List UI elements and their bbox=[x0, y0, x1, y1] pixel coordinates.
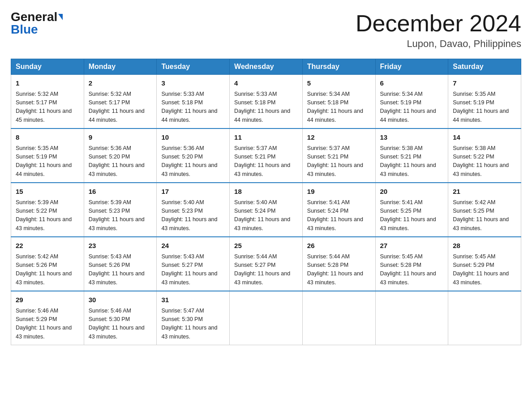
day-number: 12 bbox=[307, 133, 371, 143]
day-info: Sunrise: 5:34 AMSunset: 5:19 PMDaylight:… bbox=[380, 90, 444, 125]
day-number: 7 bbox=[453, 78, 516, 89]
day-info: Sunrise: 5:47 AMSunset: 5:30 PMDaylight:… bbox=[161, 307, 225, 342]
day-info: Sunrise: 5:44 AMSunset: 5:28 PMDaylight:… bbox=[307, 253, 371, 287]
day-info: Sunrise: 5:33 AMSunset: 5:18 PMDaylight:… bbox=[161, 90, 225, 125]
day-info: Sunrise: 5:41 AMSunset: 5:25 PMDaylight:… bbox=[380, 198, 444, 233]
day-info: Sunrise: 5:35 AMSunset: 5:19 PMDaylight:… bbox=[16, 144, 79, 179]
calendar-cell: 6Sunrise: 5:34 AMSunset: 5:19 PMDaylight… bbox=[375, 75, 448, 129]
day-info: Sunrise: 5:43 AMSunset: 5:27 PMDaylight:… bbox=[161, 253, 225, 287]
day-number: 23 bbox=[89, 241, 152, 251]
day-info: Sunrise: 5:38 AMSunset: 5:22 PMDaylight:… bbox=[453, 144, 516, 179]
day-info: Sunrise: 5:44 AMSunset: 5:27 PMDaylight:… bbox=[234, 253, 298, 287]
calendar-week-row: 8Sunrise: 5:35 AMSunset: 5:19 PMDaylight… bbox=[11, 128, 521, 183]
day-info: Sunrise: 5:42 AMSunset: 5:25 PMDaylight:… bbox=[453, 198, 516, 233]
calendar-cell: 18Sunrise: 5:40 AMSunset: 5:24 PMDayligh… bbox=[230, 183, 303, 237]
calendar-cell bbox=[375, 291, 448, 345]
day-info: Sunrise: 5:42 AMSunset: 5:26 PMDaylight:… bbox=[16, 253, 79, 287]
day-info: Sunrise: 5:32 AMSunset: 5:17 PMDaylight:… bbox=[89, 90, 152, 125]
location-title: Lupon, Davao, Philippines bbox=[356, 38, 521, 50]
day-number: 30 bbox=[89, 295, 152, 305]
day-of-week-header: Monday bbox=[84, 59, 157, 75]
calendar-cell: 9Sunrise: 5:36 AMSunset: 5:20 PMDaylight… bbox=[84, 128, 157, 183]
calendar-cell: 25Sunrise: 5:44 AMSunset: 5:27 PMDayligh… bbox=[230, 237, 303, 291]
day-info: Sunrise: 5:41 AMSunset: 5:24 PMDaylight:… bbox=[307, 198, 371, 233]
calendar-cell: 22Sunrise: 5:42 AMSunset: 5:26 PMDayligh… bbox=[11, 237, 84, 291]
day-number: 3 bbox=[161, 78, 225, 89]
day-number: 8 bbox=[16, 133, 79, 143]
calendar-cell bbox=[448, 291, 521, 345]
calendar-cell: 7Sunrise: 5:35 AMSunset: 5:19 PMDaylight… bbox=[448, 75, 521, 129]
calendar-cell: 26Sunrise: 5:44 AMSunset: 5:28 PMDayligh… bbox=[302, 237, 375, 291]
calendar-cell: 1Sunrise: 5:32 AMSunset: 5:17 PMDaylight… bbox=[11, 75, 84, 129]
calendar-cell: 11Sunrise: 5:37 AMSunset: 5:21 PMDayligh… bbox=[230, 128, 303, 183]
day-number: 4 bbox=[234, 78, 298, 89]
logo-blue-text: Blue bbox=[11, 23, 38, 36]
calendar-cell: 12Sunrise: 5:37 AMSunset: 5:21 PMDayligh… bbox=[302, 128, 375, 183]
month-title: December 2024 bbox=[356, 11, 521, 36]
day-of-week-header: Sunday bbox=[11, 59, 84, 75]
calendar-cell: 8Sunrise: 5:35 AMSunset: 5:19 PMDaylight… bbox=[11, 128, 84, 183]
day-number: 15 bbox=[16, 187, 79, 197]
day-info: Sunrise: 5:36 AMSunset: 5:20 PMDaylight:… bbox=[89, 144, 152, 179]
calendar-cell: 2Sunrise: 5:32 AMSunset: 5:17 PMDaylight… bbox=[84, 75, 157, 129]
day-of-week-header: Thursday bbox=[302, 59, 375, 75]
page-header: General Blue December 2024 Lupon, Davao,… bbox=[11, 11, 521, 50]
day-number: 1 bbox=[16, 78, 79, 89]
day-number: 17 bbox=[161, 187, 225, 197]
day-number: 16 bbox=[89, 187, 152, 197]
day-number: 9 bbox=[89, 133, 152, 143]
calendar-cell bbox=[302, 291, 375, 345]
day-number: 28 bbox=[453, 241, 516, 251]
day-info: Sunrise: 5:45 AMSunset: 5:28 PMDaylight:… bbox=[380, 253, 444, 287]
logo: General Blue bbox=[11, 11, 63, 36]
day-number: 13 bbox=[380, 133, 444, 143]
day-number: 2 bbox=[89, 78, 152, 89]
day-info: Sunrise: 5:38 AMSunset: 5:21 PMDaylight:… bbox=[380, 144, 444, 179]
day-number: 29 bbox=[16, 295, 79, 305]
calendar-cell: 29Sunrise: 5:46 AMSunset: 5:29 PMDayligh… bbox=[11, 291, 84, 345]
calendar-cell: 16Sunrise: 5:39 AMSunset: 5:23 PMDayligh… bbox=[84, 183, 157, 237]
day-info: Sunrise: 5:35 AMSunset: 5:19 PMDaylight:… bbox=[453, 90, 516, 125]
calendar-cell: 14Sunrise: 5:38 AMSunset: 5:22 PMDayligh… bbox=[448, 128, 521, 183]
calendar-cell: 24Sunrise: 5:43 AMSunset: 5:27 PMDayligh… bbox=[157, 237, 230, 291]
day-number: 6 bbox=[380, 78, 444, 89]
day-number: 10 bbox=[161, 133, 225, 143]
day-info: Sunrise: 5:39 AMSunset: 5:23 PMDaylight:… bbox=[89, 198, 152, 233]
calendar-cell: 19Sunrise: 5:41 AMSunset: 5:24 PMDayligh… bbox=[302, 183, 375, 237]
calendar-cell bbox=[230, 291, 303, 345]
day-number: 25 bbox=[234, 241, 298, 251]
day-info: Sunrise: 5:46 AMSunset: 5:30 PMDaylight:… bbox=[89, 307, 152, 342]
day-of-week-header: Tuesday bbox=[157, 59, 230, 75]
calendar-cell: 3Sunrise: 5:33 AMSunset: 5:18 PMDaylight… bbox=[157, 75, 230, 129]
day-info: Sunrise: 5:34 AMSunset: 5:18 PMDaylight:… bbox=[307, 90, 371, 125]
day-info: Sunrise: 5:33 AMSunset: 5:18 PMDaylight:… bbox=[234, 90, 298, 125]
calendar-cell: 28Sunrise: 5:45 AMSunset: 5:29 PMDayligh… bbox=[448, 237, 521, 291]
day-number: 27 bbox=[380, 241, 444, 251]
day-number: 24 bbox=[161, 241, 225, 251]
calendar-table: SundayMondayTuesdayWednesdayThursdayFrid… bbox=[11, 59, 521, 345]
calendar-cell: 15Sunrise: 5:39 AMSunset: 5:22 PMDayligh… bbox=[11, 183, 84, 237]
day-number: 19 bbox=[307, 187, 371, 197]
day-info: Sunrise: 5:40 AMSunset: 5:24 PMDaylight:… bbox=[234, 198, 298, 233]
calendar-cell: 5Sunrise: 5:34 AMSunset: 5:18 PMDaylight… bbox=[302, 75, 375, 129]
day-info: Sunrise: 5:32 AMSunset: 5:17 PMDaylight:… bbox=[16, 90, 79, 125]
calendar-cell: 27Sunrise: 5:45 AMSunset: 5:28 PMDayligh… bbox=[375, 237, 448, 291]
calendar-cell: 13Sunrise: 5:38 AMSunset: 5:21 PMDayligh… bbox=[375, 128, 448, 183]
day-number: 14 bbox=[453, 133, 516, 143]
calendar-cell: 17Sunrise: 5:40 AMSunset: 5:23 PMDayligh… bbox=[157, 183, 230, 237]
calendar-header-row: SundayMondayTuesdayWednesdayThursdayFrid… bbox=[11, 59, 521, 75]
calendar-cell: 31Sunrise: 5:47 AMSunset: 5:30 PMDayligh… bbox=[157, 291, 230, 345]
calendar-cell: 21Sunrise: 5:42 AMSunset: 5:25 PMDayligh… bbox=[448, 183, 521, 237]
title-block: December 2024 Lupon, Davao, Philippines bbox=[356, 11, 521, 50]
day-number: 18 bbox=[234, 187, 298, 197]
calendar-cell: 4Sunrise: 5:33 AMSunset: 5:18 PMDaylight… bbox=[230, 75, 303, 129]
calendar-week-row: 15Sunrise: 5:39 AMSunset: 5:22 PMDayligh… bbox=[11, 183, 521, 237]
day-of-week-header: Wednesday bbox=[230, 59, 303, 75]
day-info: Sunrise: 5:37 AMSunset: 5:21 PMDaylight:… bbox=[307, 144, 371, 179]
day-of-week-header: Friday bbox=[375, 59, 448, 75]
calendar-cell: 10Sunrise: 5:36 AMSunset: 5:20 PMDayligh… bbox=[157, 128, 230, 183]
day-info: Sunrise: 5:40 AMSunset: 5:23 PMDaylight:… bbox=[161, 198, 225, 233]
calendar-cell: 20Sunrise: 5:41 AMSunset: 5:25 PMDayligh… bbox=[375, 183, 448, 237]
day-info: Sunrise: 5:39 AMSunset: 5:22 PMDaylight:… bbox=[16, 198, 79, 233]
day-number: 21 bbox=[453, 187, 516, 197]
